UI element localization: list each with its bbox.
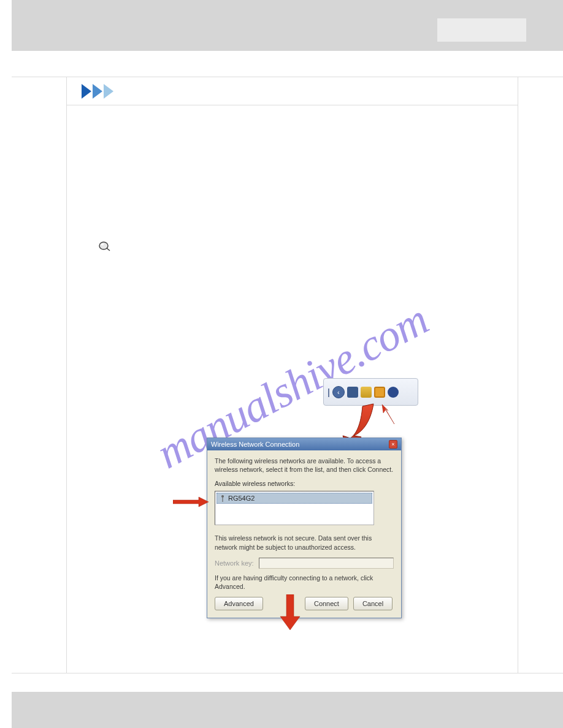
antenna-icon [220,495,226,502]
network-key-input[interactable] [259,558,394,569]
wireless-dialog: Wireless Network Connection × The follow… [207,438,402,618]
svg-point-2 [221,495,224,498]
content-area: manualshive.com | ‹ [67,105,518,673]
dialog-titlebar: Wireless Network Connection × [207,438,401,450]
top-banner [12,0,563,51]
pointer-arrow-icon [380,404,398,426]
available-networks-label: Available wireless networks: [215,480,394,487]
advanced-button[interactable]: Advanced [215,597,263,610]
dialog-body: The following wireless networks are avai… [207,450,401,618]
network-name: RG54G2 [228,495,255,502]
tray-shield-icon [374,387,385,398]
network-key-row: Network key: [215,558,394,569]
security-warning-text: This wireless network is not secure. Dat… [215,534,394,551]
left-column [12,77,67,673]
tray-app-icon [388,387,399,398]
section-header-arrows [67,77,518,105]
dialog-button-row: Advanced Connect Cancel [215,597,394,610]
tray-wireless-icon[interactable] [361,387,372,398]
system-tray: | ‹ [323,378,418,406]
page-body: manualshive.com | ‹ [12,77,563,673]
play-arrow-icon [82,84,91,99]
play-arrow-icon [93,84,102,99]
dialog-title-text: Wireless Network Connection [211,441,299,448]
right-column [518,77,563,673]
search-slot [437,18,526,42]
network-list-item[interactable]: RG54G2 [216,493,372,504]
network-key-label: Network key: [215,559,254,567]
bottom-banner [12,692,563,728]
dialog-intro-text: The following wireless networks are avai… [215,457,394,474]
cancel-button[interactable]: Cancel [353,597,393,610]
connect-button[interactable]: Connect [305,597,348,610]
close-icon[interactable]: × [389,440,397,449]
pointer-arrow-icon [173,496,210,508]
tray-back-icon: ‹ [332,386,345,398]
content-column: manualshive.com | ‹ [67,77,518,673]
trouble-text: If you are having difficulty connecting … [215,574,394,591]
note-bullet-icon [99,241,111,251]
play-arrow-icon [104,84,113,99]
tray-divider-icon: | [327,387,330,397]
tray-network-icon [347,387,358,398]
network-list[interactable]: RG54G2 [215,491,374,525]
svg-point-1 [101,244,104,246]
